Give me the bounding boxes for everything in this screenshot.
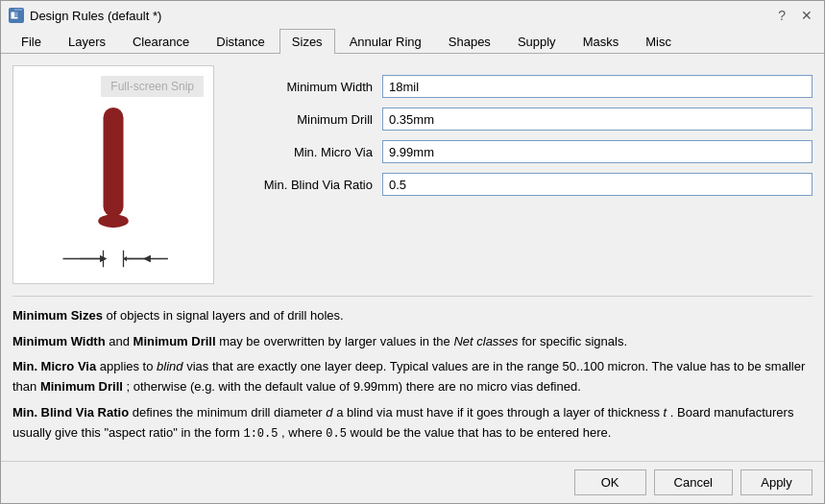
input-min-micro-via[interactable] <box>382 140 813 163</box>
tab-bar: File Layers Clearance Distance Sizes Ann… <box>1 28 824 54</box>
description-area: Minimum Sizes of objects in signal layer… <box>12 306 813 449</box>
tab-shapes[interactable]: Shapes <box>436 29 503 54</box>
design-rules-dialog: Design Rules (default *) ? ✕ File Layers… <box>0 0 825 504</box>
field-row-min-drill: Minimum Drill <box>233 108 813 131</box>
main-area: Full-screen Snip <box>12 65 813 284</box>
title-bar-controls: ? ✕ <box>774 7 816 24</box>
tab-file[interactable]: File <box>9 29 54 54</box>
desc-3: Min. Micro Via applies to blind vias tha… <box>12 357 813 397</box>
tab-clearance[interactable]: Clearance <box>120 29 202 54</box>
label-min-micro-via: Min. Micro Via <box>233 145 373 159</box>
label-min-width: Minimum Width <box>233 80 373 94</box>
window-title: Design Rules (default *) <box>30 9 161 23</box>
close-button[interactable]: ✕ <box>797 7 816 24</box>
tab-sizes[interactable]: Sizes <box>279 29 335 54</box>
fields-area: Minimum Width Minimum Drill Min. Micro V… <box>233 65 813 284</box>
title-bar: Design Rules (default *) ? ✕ <box>1 1 824 28</box>
apply-button[interactable]: Apply <box>740 469 813 495</box>
svg-rect-3 <box>104 108 124 217</box>
label-min-drill: Minimum Drill <box>233 112 373 127</box>
tab-annular-ring[interactable]: Annular Ring <box>337 29 434 54</box>
field-row-min-micro-via: Min. Micro Via <box>233 140 813 163</box>
input-min-drill[interactable] <box>382 108 813 131</box>
cancel-button[interactable]: Cancel <box>654 469 733 495</box>
snip-placeholder: Full-screen Snip <box>101 76 204 97</box>
content-area: Full-screen Snip <box>1 54 824 461</box>
desc-4: Min. Blind Via Ratio defines the minimum… <box>12 403 813 444</box>
input-min-width[interactable] <box>382 75 813 98</box>
diagram-svg <box>46 79 181 271</box>
svg-point-4 <box>98 214 129 228</box>
title-bar-left: Design Rules (default *) <box>9 8 161 23</box>
tab-distance[interactable]: Distance <box>204 29 278 54</box>
tab-misc[interactable]: Misc <box>633 29 684 54</box>
field-row-min-blind-via-ratio: Min. Blind Via Ratio <box>233 173 813 196</box>
field-row-min-width: Minimum Width <box>233 75 813 98</box>
tab-supply[interactable]: Supply <box>505 29 569 54</box>
desc-1-text: of objects in signal layers and of drill… <box>107 308 344 323</box>
svg-rect-1 <box>14 10 22 17</box>
app-icon <box>9 8 24 23</box>
desc-2: Minimum Width and Minimum Drill may be o… <box>12 332 813 352</box>
desc-1: Minimum Sizes of objects in signal layer… <box>12 306 813 326</box>
bottom-bar: OK Cancel Apply <box>1 461 824 503</box>
help-button[interactable]: ? <box>774 7 789 24</box>
tab-masks[interactable]: Masks <box>570 29 632 54</box>
ok-button[interactable]: OK <box>574 469 646 495</box>
diagram-area: Full-screen Snip <box>12 65 214 284</box>
tab-layers[interactable]: Layers <box>56 29 118 54</box>
label-min-blind-via-ratio: Min. Blind Via Ratio <box>233 178 373 192</box>
divider <box>12 296 813 297</box>
desc-1-bold: Minimum Sizes <box>12 308 103 323</box>
input-min-blind-via-ratio[interactable] <box>382 173 813 196</box>
